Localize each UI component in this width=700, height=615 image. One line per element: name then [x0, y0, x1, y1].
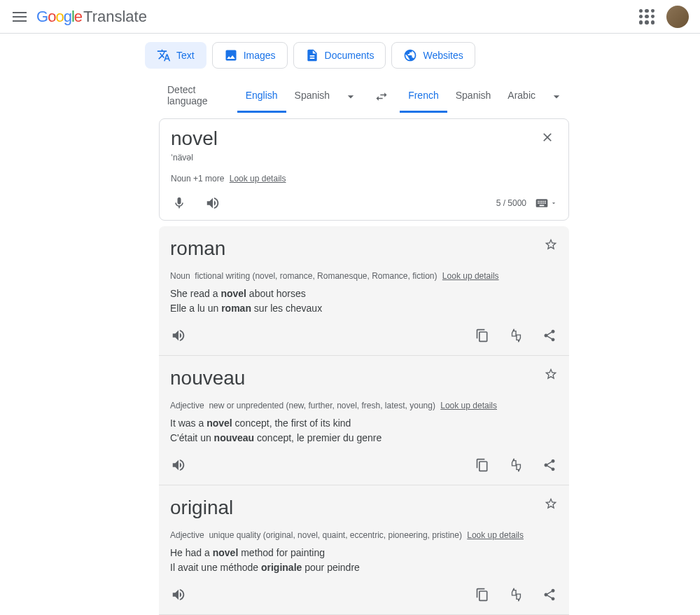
result-word: roman [170, 237, 225, 260]
swap-languages-button[interactable] [363, 80, 400, 113]
translate-icon [157, 48, 171, 62]
source-lang-english[interactable]: English [237, 80, 286, 113]
speaker-button[interactable] [204, 195, 221, 212]
result-word: original [170, 497, 233, 519]
speaker-button[interactable] [170, 457, 187, 474]
tab-websites[interactable]: Websites [391, 42, 475, 69]
result-pos: Adjective [170, 401, 204, 410]
source-lang-detect[interactable]: Detect language [159, 74, 237, 118]
speaker-icon [205, 195, 220, 211]
tab-text-label: Text [176, 50, 195, 61]
target-lang-arabic[interactable]: Arabic [499, 80, 544, 113]
example-en: He had a novel method for painting [170, 546, 558, 560]
lookup-details-link[interactable]: Look up details [440, 401, 497, 410]
copy-button[interactable] [474, 327, 491, 344]
result-panel: roman Noun fictional writing (novel, rom… [159, 226, 569, 615]
copy-icon [475, 588, 489, 602]
apps-grid-icon[interactable] [638, 8, 655, 25]
target-lang-dropdown[interactable] [544, 80, 569, 113]
copy-button[interactable] [474, 586, 491, 603]
speaker-button[interactable] [170, 327, 187, 344]
example-fr: C'était un nouveau concept, le premier d… [170, 431, 558, 445]
result-pos: Noun [170, 271, 190, 281]
target-lang-spanish[interactable]: Spanish [447, 80, 500, 113]
input-text[interactable]: novel [171, 127, 218, 150]
save-translation-button[interactable] [544, 367, 558, 381]
target-lang-french[interactable]: French [400, 80, 447, 113]
speaker-icon [171, 457, 186, 473]
mic-button[interactable] [171, 195, 188, 212]
copy-icon [475, 329, 489, 343]
example-fr: Il avait une méthode originale pour pein… [170, 560, 558, 575]
speaker-icon [171, 328, 186, 343]
copy-button[interactable] [474, 457, 491, 474]
save-translation-button[interactable] [544, 237, 558, 251]
input-pos: Noun +1 more [171, 174, 224, 184]
result-block: nouveau Adjective new or unpredented (ne… [159, 356, 569, 485]
share-button[interactable] [541, 586, 558, 603]
swap-icon [374, 90, 388, 104]
speaker-icon [171, 587, 186, 602]
lookup-details-link[interactable]: Look up details [442, 271, 499, 281]
result-word: nouveau [170, 367, 245, 389]
google-logo-text: Google [36, 8, 82, 26]
result-definition: unique quality (original, novel, quaint,… [209, 530, 462, 540]
chevron-down-icon [550, 90, 564, 104]
rate-button[interactable] [507, 586, 524, 603]
share-button[interactable] [541, 327, 558, 344]
speaker-button[interactable] [170, 586, 187, 603]
result-block: original Adjective unique quality (origi… [159, 485, 569, 615]
globe-icon [403, 48, 417, 62]
lookup-details-link[interactable]: Look up details [230, 174, 286, 184]
share-icon [542, 588, 556, 602]
example-en: It was a novel concept, the first of its… [170, 416, 558, 431]
star-outline-icon [544, 497, 558, 511]
dropdown-arrow-icon [550, 200, 557, 207]
close-icon [540, 130, 554, 144]
thumbs-icon [508, 457, 524, 473]
tab-websites-label: Websites [423, 50, 463, 61]
result-pos: Adjective [170, 530, 204, 540]
translate-label: Translate [83, 8, 147, 26]
example-en: She read a novel about horses [170, 286, 558, 301]
tab-images[interactable]: Images [212, 42, 288, 69]
keyboard-icon [535, 196, 549, 210]
star-outline-icon [544, 367, 558, 381]
char-count: 5 / 5000 [496, 198, 526, 208]
image-icon [224, 48, 238, 62]
chevron-down-icon [344, 90, 358, 104]
mic-icon [172, 196, 186, 210]
document-icon [305, 48, 319, 62]
copy-icon [475, 458, 489, 472]
input-panel: novel ˈnävəl Noun +1 more Look up detail… [159, 118, 569, 221]
phonetic-text: ˈnävəl [171, 153, 557, 163]
result-definition: fictional writing (novel, romance, Roman… [195, 271, 437, 281]
result-definition: new or unpredented (new, further, novel,… [209, 401, 435, 410]
lookup-details-link[interactable]: Look up details [467, 530, 524, 540]
avatar[interactable] [666, 6, 689, 28]
source-lang-spanish[interactable]: Spanish [286, 80, 339, 113]
example-fr: Elle a lu un roman sur les chevaux [170, 301, 558, 316]
star-outline-icon [544, 237, 558, 251]
tab-images-label: Images [244, 50, 276, 61]
rate-button[interactable] [507, 327, 524, 344]
rate-button[interactable] [507, 457, 524, 474]
clear-button[interactable] [538, 127, 557, 147]
share-icon [542, 329, 556, 343]
source-lang-dropdown[interactable] [338, 80, 363, 113]
save-translation-button[interactable] [544, 497, 558, 511]
result-block: roman Noun fictional writing (novel, rom… [159, 226, 569, 356]
thumbs-icon [508, 328, 524, 343]
thumbs-icon [508, 587, 524, 602]
keyboard-button[interactable] [535, 196, 557, 210]
share-button[interactable] [541, 457, 558, 474]
tab-text[interactable]: Text [145, 42, 206, 69]
menu-button[interactable] [11, 8, 28, 25]
tab-documents-label: Documents [325, 50, 374, 61]
tab-documents[interactable]: Documents [293, 42, 386, 69]
share-icon [542, 458, 556, 472]
logo[interactable]: Google Translate [36, 8, 147, 26]
